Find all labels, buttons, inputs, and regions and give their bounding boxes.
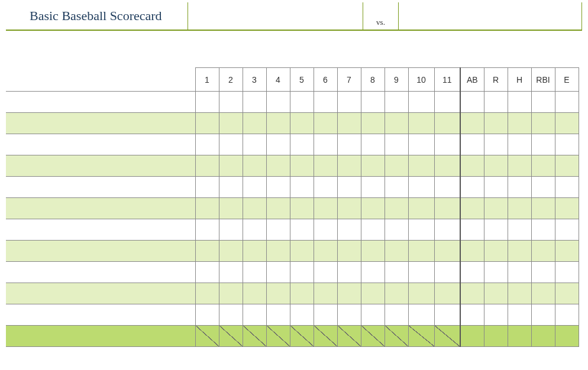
player-name-cell[interactable] xyxy=(6,241,195,262)
inning-cell[interactable] xyxy=(290,304,314,326)
inning-cell[interactable] xyxy=(361,177,385,198)
inning-cell[interactable] xyxy=(243,283,266,304)
stat-cell[interactable] xyxy=(555,241,579,262)
stat-cell[interactable] xyxy=(484,92,508,113)
player-name-cell[interactable] xyxy=(6,283,195,304)
inning-cell[interactable] xyxy=(408,134,434,155)
inning-cell[interactable] xyxy=(361,283,385,304)
inning-cell[interactable] xyxy=(385,177,408,198)
stat-cell[interactable] xyxy=(531,241,555,262)
inning-cell[interactable] xyxy=(314,155,337,177)
inning-cell[interactable] xyxy=(314,304,337,326)
inning-cell[interactable] xyxy=(195,177,219,198)
inning-cell[interactable] xyxy=(266,304,290,326)
inning-cell[interactable] xyxy=(434,283,460,304)
stat-cell[interactable] xyxy=(460,134,484,155)
inning-cell[interactable] xyxy=(361,113,385,134)
inning-cell[interactable] xyxy=(219,262,243,283)
stat-cell[interactable] xyxy=(484,134,508,155)
team-home-cell[interactable] xyxy=(188,2,363,30)
player-name-cell[interactable] xyxy=(6,177,195,198)
inning-cell[interactable] xyxy=(314,198,337,219)
inning-cell[interactable] xyxy=(337,304,361,326)
stat-cell[interactable] xyxy=(460,219,484,241)
inning-cell[interactable] xyxy=(243,92,266,113)
inning-cell[interactable] xyxy=(361,304,385,326)
inning-cell[interactable] xyxy=(434,177,460,198)
stat-cell[interactable] xyxy=(460,177,484,198)
inning-cell[interactable] xyxy=(361,92,385,113)
totals-inning-cell[interactable] xyxy=(195,326,219,347)
stat-cell[interactable] xyxy=(508,241,531,262)
inning-cell[interactable] xyxy=(408,262,434,283)
totals-inning-cell[interactable] xyxy=(408,326,434,347)
inning-cell[interactable] xyxy=(434,134,460,155)
inning-cell[interactable] xyxy=(385,283,408,304)
stat-cell[interactable] xyxy=(484,283,508,304)
inning-cell[interactable] xyxy=(290,177,314,198)
inning-cell[interactable] xyxy=(361,262,385,283)
inning-cell[interactable] xyxy=(195,304,219,326)
inning-cell[interactable] xyxy=(434,304,460,326)
player-name-cell[interactable] xyxy=(6,198,195,219)
inning-cell[interactable] xyxy=(290,241,314,262)
inning-cell[interactable] xyxy=(314,219,337,241)
inning-cell[interactable] xyxy=(219,92,243,113)
inning-cell[interactable] xyxy=(434,219,460,241)
inning-cell[interactable] xyxy=(290,262,314,283)
stat-cell[interactable] xyxy=(555,113,579,134)
inning-cell[interactable] xyxy=(243,198,266,219)
stat-cell[interactable] xyxy=(460,304,484,326)
stat-cell[interactable] xyxy=(460,198,484,219)
inning-cell[interactable] xyxy=(219,198,243,219)
totals-inning-cell[interactable] xyxy=(385,326,408,347)
inning-cell[interactable] xyxy=(314,92,337,113)
stat-cell[interactable] xyxy=(555,219,579,241)
inning-cell[interactable] xyxy=(243,113,266,134)
inning-cell[interactable] xyxy=(361,155,385,177)
stat-cell[interactable] xyxy=(531,113,555,134)
stat-cell[interactable] xyxy=(460,283,484,304)
inning-cell[interactable] xyxy=(195,134,219,155)
player-name-cell[interactable] xyxy=(6,113,195,134)
stat-cell[interactable] xyxy=(460,113,484,134)
inning-cell[interactable] xyxy=(266,241,290,262)
stat-cell[interactable] xyxy=(531,198,555,219)
stat-cell[interactable] xyxy=(484,262,508,283)
inning-cell[interactable] xyxy=(408,219,434,241)
stat-cell[interactable] xyxy=(484,241,508,262)
stat-cell[interactable] xyxy=(508,134,531,155)
inning-cell[interactable] xyxy=(195,219,219,241)
inning-cell[interactable] xyxy=(219,241,243,262)
inning-cell[interactable] xyxy=(266,134,290,155)
totals-stat-cell[interactable] xyxy=(555,326,579,347)
inning-cell[interactable] xyxy=(290,283,314,304)
inning-cell[interactable] xyxy=(314,177,337,198)
inning-cell[interactable] xyxy=(337,241,361,262)
inning-cell[interactable] xyxy=(290,113,314,134)
stat-cell[interactable] xyxy=(460,262,484,283)
inning-cell[interactable] xyxy=(434,155,460,177)
inning-cell[interactable] xyxy=(195,241,219,262)
inning-cell[interactable] xyxy=(361,198,385,219)
inning-cell[interactable] xyxy=(408,155,434,177)
inning-cell[interactable] xyxy=(337,262,361,283)
inning-cell[interactable] xyxy=(195,113,219,134)
inning-cell[interactable] xyxy=(243,262,266,283)
inning-cell[interactable] xyxy=(385,113,408,134)
stat-cell[interactable] xyxy=(508,283,531,304)
inning-cell[interactable] xyxy=(219,304,243,326)
stat-cell[interactable] xyxy=(484,219,508,241)
inning-cell[interactable] xyxy=(266,177,290,198)
inning-cell[interactable] xyxy=(266,92,290,113)
inning-cell[interactable] xyxy=(219,113,243,134)
stat-cell[interactable] xyxy=(460,155,484,177)
stat-cell[interactable] xyxy=(508,219,531,241)
inning-cell[interactable] xyxy=(219,155,243,177)
stat-cell[interactable] xyxy=(508,262,531,283)
totals-inning-cell[interactable] xyxy=(243,326,266,347)
totals-inning-cell[interactable] xyxy=(337,326,361,347)
totals-inning-cell[interactable] xyxy=(266,326,290,347)
inning-cell[interactable] xyxy=(314,134,337,155)
inning-cell[interactable] xyxy=(408,92,434,113)
